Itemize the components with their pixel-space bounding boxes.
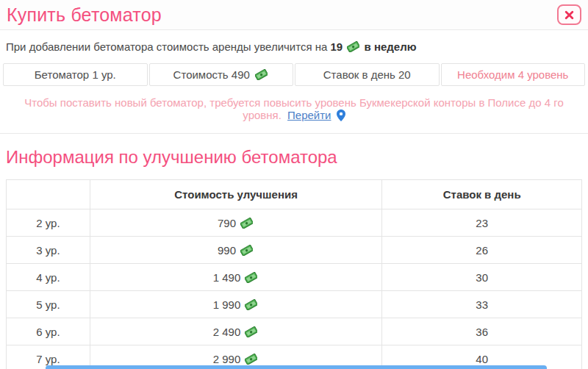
upgrade-row: 5 ур.1 990 33: [7, 291, 582, 318]
column-header: Ставок в день: [382, 180, 582, 209]
page-title: Купить бетоматор: [7, 4, 162, 26]
cost-cell: 790: [90, 209, 381, 237]
money-icon: [245, 272, 257, 283]
money-icon: [347, 41, 359, 52]
level-requirement-warning: Чтобы поставить новый бетоматор, требует…: [0, 86, 588, 134]
upgrade-row: 6 ур.2 490 36: [7, 318, 582, 345]
stat-label: Ставок в день 20: [323, 68, 411, 81]
rent-note-suffix: в неделю: [365, 40, 417, 53]
goto-link[interactable]: Перейти: [287, 109, 331, 121]
money-icon: [240, 245, 253, 256]
close-button[interactable]: [557, 4, 581, 25]
rent-note-prefix: При добавлении бетоматора стоимость арен…: [6, 40, 327, 53]
money-icon: [245, 326, 257, 337]
level-cell: 2 ур.: [7, 209, 90, 237]
stat-betomator-level: Бетоматор 1 ур.: [3, 63, 148, 86]
level-cell: 5 ур.: [7, 291, 90, 318]
bets-cell: 26: [382, 237, 582, 264]
stat-bets-per-day: Ставок в день 20: [295, 63, 440, 86]
money-icon-slot: [254, 68, 269, 81]
money-icon: [245, 354, 257, 365]
level-cell: 4 ур.: [7, 264, 90, 291]
stat-required-level: Необходим 4 уровень: [441, 63, 586, 86]
upgrade-row: 4 ур.1 490 30: [7, 264, 582, 291]
cost-cell: 1 990: [90, 291, 381, 318]
money-icon: [245, 299, 257, 310]
upgrade-row: 2 ур.790 23: [7, 209, 582, 237]
money-icon-slot: [345, 40, 364, 53]
upgrade-info-table: Стоимость улучшенияСтавок в день 2 ур.79…: [6, 179, 582, 369]
stat-cost: Стоимость 490: [149, 63, 294, 86]
rent-increase-note: При добавлении бетоматора стоимость арен…: [0, 30, 588, 60]
money-icon: [255, 69, 268, 80]
cost-cell: 1 490: [90, 264, 381, 291]
bets-cell: 36: [382, 318, 582, 345]
close-icon: [564, 10, 574, 20]
cost-value: 1 990: [213, 298, 244, 311]
stats-row: Бетоматор 1 ур. Стоимость 490 Ставок в д…: [3, 63, 585, 86]
level-cell: 6 ур.: [7, 318, 90, 345]
bets-cell: 23: [382, 209, 582, 237]
stat-label: Бетоматор 1 ур.: [35, 68, 116, 81]
cost-value: 1 490: [213, 271, 244, 284]
map-pin-icon[interactable]: [337, 110, 345, 121]
cost-value: 790: [218, 217, 239, 229]
stat-label: Стоимость 490: [173, 68, 250, 81]
cost-value: 990: [218, 244, 239, 257]
dialog-titlebar: Купить бетоматор: [0, 0, 588, 30]
column-header: Стоимость улучшения: [90, 180, 381, 209]
cost-value: 2 990: [213, 353, 244, 365]
money-icon: [240, 218, 253, 229]
cost-cell: 990: [90, 237, 381, 264]
bets-cell: 30: [382, 264, 582, 291]
column-header: [7, 180, 90, 209]
cost-cell: 2 490: [90, 318, 381, 345]
cost-value: 2 490: [213, 326, 244, 338]
stat-label: Необходим 4 уровень: [457, 68, 568, 81]
upgrade-section-title: Информация по улучшению бетоматора: [0, 134, 588, 179]
bottom-button-partial[interactable]: [46, 365, 547, 369]
bets-cell: 33: [382, 291, 582, 318]
rent-amount: 19: [331, 40, 343, 53]
table-header-row: Стоимость улучшенияСтавок в день: [7, 180, 582, 209]
level-cell: 3 ур.: [7, 237, 90, 264]
upgrade-row: 3 ур.990 26: [7, 237, 582, 264]
